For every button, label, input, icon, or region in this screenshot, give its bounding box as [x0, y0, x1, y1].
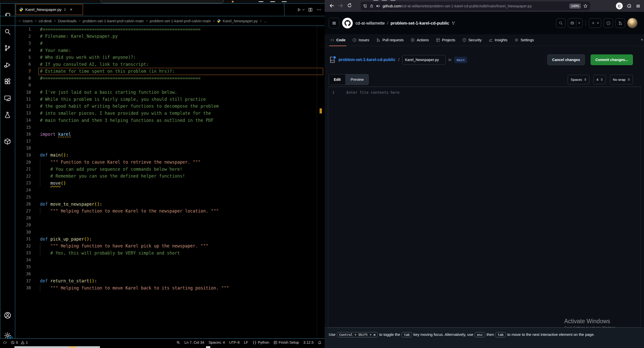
create-new-button[interactable]	[589, 18, 601, 28]
maximize-button[interactable]	[270, 1, 275, 2]
zoom-level-badge[interactable]: 140%	[569, 4, 581, 9]
column-ruler	[317, 26, 317, 338]
commit-changes-button[interactable]: Commit changes...	[591, 54, 633, 65]
tab-edit[interactable]: Edit	[329, 74, 346, 85]
fork-icon	[451, 21, 455, 25]
breadcrumb-item[interactable]: Downloads	[58, 19, 77, 23]
profile-avatar[interactable]: C	[616, 3, 623, 9]
close-button[interactable]	[282, 1, 287, 2]
kbd-esc: esc	[475, 332, 485, 337]
play-circle-icon	[411, 38, 415, 42]
cancel-changes-button[interactable]: Cancel changes	[547, 54, 585, 65]
url-text[interactable]: github.com/cd-at-willamette/problem-set-…	[383, 4, 532, 8]
python-version[interactable]: 3.12.5	[303, 340, 314, 344]
tab-issues[interactable]: Issues	[349, 34, 373, 46]
github-logo-icon[interactable]	[342, 18, 353, 28]
back-icon[interactable]	[329, 3, 335, 8]
extensions-icon[interactable]	[0, 75, 15, 87]
menu-hamburger-icon[interactable]	[636, 4, 640, 8]
breadcrumb: : > Users > cd-desk > Downloads > proble…	[0, 16, 325, 26]
tab-settings[interactable]: Settings	[511, 34, 537, 46]
refresh-icon[interactable]	[347, 3, 352, 8]
editor-tab[interactable]: Karel_Newspaper.py 1 ×	[16, 4, 83, 15]
breadcrumb-item[interactable]: Users	[23, 19, 33, 23]
indent-mode-select[interactable]: Spaces	[568, 75, 589, 84]
code-line: 29	[15, 222, 325, 229]
filename-input[interactable]	[402, 55, 446, 65]
copilot-dropdown-icon[interactable]	[578, 23, 580, 24]
repo-name-link[interactable]: problem-set-1-karel-cd-public	[390, 21, 449, 26]
tab-pull-requests[interactable]: Pull requests	[373, 34, 407, 46]
source-control-icon[interactable]	[0, 42, 15, 54]
pull-requests-button[interactable]	[615, 18, 625, 28]
zoom-indicator-icon[interactable]	[176, 341, 180, 344]
eol[interactable]: LF	[244, 340, 248, 344]
account-icon[interactable]	[0, 309, 15, 321]
copilot-button[interactable]	[568, 18, 583, 28]
breadcrumb-item[interactable]: problem-set-1-karel-prof-calvin-main	[150, 19, 211, 23]
tab-close-icon[interactable]: ×	[70, 7, 72, 12]
scrollbar-up-arrow[interactable]	[641, 38, 643, 40]
testing-icon[interactable]	[0, 109, 15, 121]
split-editor-icon[interactable]	[308, 8, 313, 12]
branch-badge[interactable]: main	[454, 57, 467, 63]
run-python-button[interactable]	[297, 8, 304, 12]
repo-owner-link[interactable]: cd-at-willamette	[356, 21, 385, 26]
problems-indicator[interactable]: 0 1	[11, 340, 28, 344]
python-file-icon	[19, 7, 23, 12]
tab-actions[interactable]: Actions	[407, 34, 432, 46]
notifications-bell-icon[interactable]	[318, 341, 322, 344]
code-editor[interactable]: 1#======================================…	[15, 26, 325, 338]
search-button[interactable]	[556, 18, 566, 28]
remote-indicator-icon[interactable]	[3, 341, 7, 344]
repo-breadcrumb: cd-at-willamette / problem-set-1-karel-c…	[356, 21, 455, 26]
browser-window: github.com/cd-at-willamette/problem-set-…	[325, 0, 644, 348]
more-actions-icon[interactable]	[317, 8, 321, 12]
run-debug-icon[interactable]	[0, 59, 15, 71]
remote-explorer-icon[interactable]	[0, 92, 15, 104]
run-dropdown-icon[interactable]	[302, 8, 304, 10]
language-mode[interactable]: {} Python	[253, 340, 269, 344]
line-number: 1	[328, 90, 340, 94]
file-contents-editor[interactable]: 1 Enter file contents here	[328, 87, 641, 327]
permissions-icon[interactable]	[376, 4, 380, 8]
command-center[interactable]	[101, 0, 224, 3]
forward-icon[interactable]	[338, 3, 343, 8]
tab-insights[interactable]: Insights	[485, 34, 511, 46]
tab-preview[interactable]: Preview	[346, 74, 368, 85]
breadcrumb-item[interactable]: :	[16, 19, 17, 23]
code-line: 30	[15, 228, 325, 236]
breadcrumb-item[interactable]: Karel_Newspaper.py	[223, 19, 258, 23]
indent-guide	[40, 159, 40, 186]
tab-security[interactable]: Security	[459, 34, 485, 46]
tab-projects[interactable]: Projects	[432, 34, 459, 46]
github-menu-icon[interactable]	[329, 18, 339, 28]
cursor-position[interactable]: Ln 7, Col 34	[184, 340, 204, 344]
code-line: 1#======================================…	[15, 26, 325, 33]
finish-setup[interactable]: Finish Setup	[274, 340, 299, 344]
breadcrumb-item[interactable]: ...	[264, 19, 267, 23]
user-avatar[interactable]	[627, 18, 637, 28]
containers-icon[interactable]	[0, 135, 15, 147]
bookmark-star-icon[interactable]	[583, 4, 588, 8]
code-line: 15	[15, 124, 325, 131]
indent-size-select[interactable]: 4	[593, 75, 606, 84]
address-bar[interactable]: github.com/cd-at-willamette/problem-set-…	[361, 2, 590, 10]
extensions-puzzle-icon[interactable]	[627, 4, 632, 8]
shield-icon[interactable]	[363, 4, 367, 8]
editor-actions	[297, 4, 321, 16]
breadcrumb-item[interactable]: cd-desk	[39, 19, 52, 23]
encoding[interactable]: UTF-8	[229, 340, 240, 344]
tab-code[interactable]: Code	[327, 34, 349, 46]
code-line: 16import karel	[15, 131, 325, 138]
create-new-dropdown-icon[interactable]	[597, 23, 599, 24]
issues-button[interactable]	[604, 18, 613, 28]
minimize-button[interactable]	[259, 1, 263, 2]
search-icon[interactable]	[0, 26, 15, 38]
repo-link[interactable]: problem-set-1-karel-cd-public	[339, 57, 396, 62]
indentation[interactable]: Spaces: 4	[209, 340, 225, 344]
code-line: 21 # You can add your sequence of comman…	[15, 166, 325, 173]
wrap-mode-select[interactable]: No wrap	[610, 75, 633, 84]
breadcrumb-item[interactable]: problem-set-1-karel-prof-calvin-main	[82, 19, 144, 23]
lock-icon[interactable]	[370, 4, 373, 8]
